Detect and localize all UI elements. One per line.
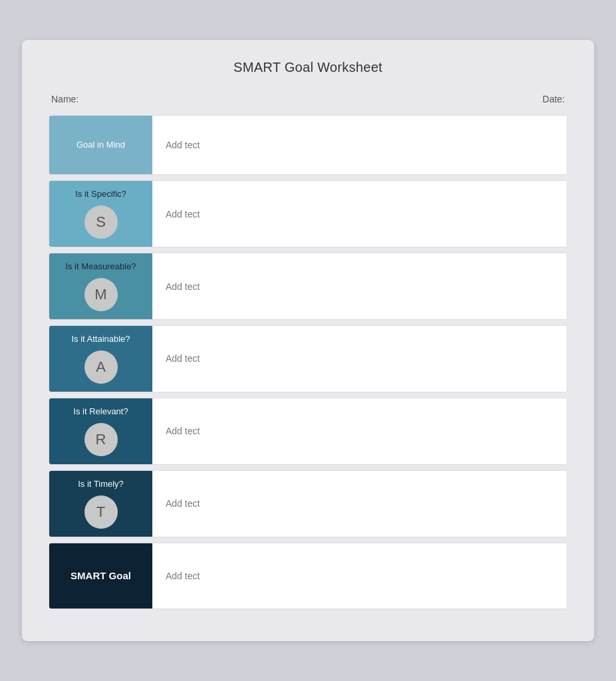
row-specific: Is it Specific? S Add tect bbox=[49, 180, 567, 247]
row-attainable: Is it Attainable? A Add tect bbox=[49, 325, 567, 392]
right-cell-relevant[interactable]: Add tect bbox=[152, 398, 567, 464]
left-cell-measurable: Is it Measureable? M bbox=[49, 253, 152, 319]
right-cell-measurable[interactable]: Add tect bbox=[152, 253, 567, 319]
relevant-text: Add tect bbox=[166, 426, 200, 436]
measurable-text: Add tect bbox=[166, 281, 200, 292]
header-row: Name: Date: bbox=[49, 94, 567, 104]
left-cell-timely: Is it Timely? T bbox=[49, 471, 152, 537]
letter-circle-r: R bbox=[84, 423, 118, 456]
right-cell-goal-in-mind[interactable]: Add tect bbox=[152, 116, 567, 174]
smart-goal-label: SMART Goal bbox=[71, 569, 131, 583]
left-cell-goal-in-mind: Goal in Mind bbox=[49, 116, 152, 174]
letter-circle-a: A bbox=[84, 350, 118, 384]
right-cell-timely[interactable]: Add tect bbox=[152, 471, 567, 537]
measurable-label: Is it Measureable? bbox=[65, 261, 136, 273]
specific-label: Is it Specific? bbox=[75, 189, 126, 200]
worksheet-title: SMART Goal Worksheet bbox=[49, 60, 567, 75]
timely-text: Add tect bbox=[166, 498, 200, 509]
goal-in-mind-text: Add tect bbox=[166, 140, 200, 150]
attainable-label: Is it Attainable? bbox=[71, 334, 130, 345]
row-goal-in-mind: Goal in Mind Add tect bbox=[49, 115, 567, 175]
relevant-label: Is it Relevant? bbox=[73, 406, 128, 418]
date-label: Date: bbox=[543, 94, 565, 104]
row-timely: Is it Timely? T Add tect bbox=[49, 470, 567, 537]
row-relevant: Is it Relevant? R Add tect bbox=[49, 398, 567, 465]
worksheet-container: SMART Goal Worksheet Name: Date: Goal in… bbox=[22, 40, 594, 640]
row-smart-goal: SMART Goal Add tect bbox=[49, 543, 567, 609]
left-cell-specific: Is it Specific? S bbox=[49, 181, 152, 247]
right-cell-specific[interactable]: Add tect bbox=[152, 181, 567, 247]
left-cell-relevant: Is it Relevant? R bbox=[49, 398, 152, 464]
letter-circle-m: M bbox=[84, 278, 118, 311]
right-cell-smart-goal[interactable]: Add tect bbox=[152, 543, 567, 609]
left-cell-attainable: Is it Attainable? A bbox=[49, 326, 152, 392]
row-measurable: Is it Measureable? M Add tect bbox=[49, 253, 567, 320]
left-cell-smart-goal: SMART Goal bbox=[49, 543, 152, 609]
timely-label: Is it Timely? bbox=[78, 479, 124, 490]
letter-circle-t: T bbox=[84, 495, 118, 529]
letter-circle-s: S bbox=[84, 205, 118, 239]
attainable-text: Add tect bbox=[166, 353, 200, 364]
name-label: Name: bbox=[51, 94, 78, 104]
right-cell-attainable[interactable]: Add tect bbox=[152, 326, 567, 392]
specific-text: Add tect bbox=[166, 209, 200, 219]
smart-goal-text: Add tect bbox=[166, 571, 200, 581]
goal-in-mind-label: Goal in Mind bbox=[77, 140, 125, 151]
